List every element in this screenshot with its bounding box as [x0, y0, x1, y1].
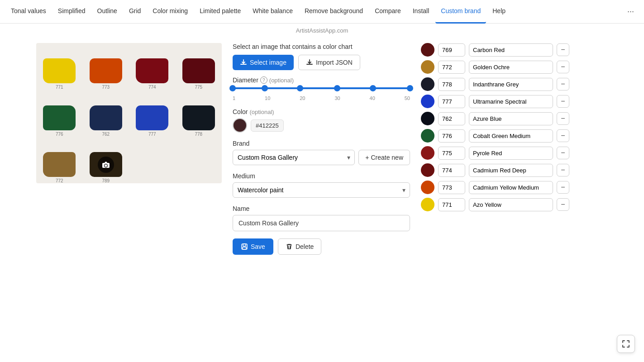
- swatch-776: 776: [36, 90, 83, 136]
- swatch-blob-776: [43, 105, 76, 130]
- color-name-771[interactable]: [469, 198, 553, 211]
- save-button[interactable]: Save: [233, 238, 273, 255]
- right-panel: − − − − − −: [421, 36, 575, 262]
- save-icon: [241, 243, 248, 250]
- import-json-button[interactable]: Import JSON: [298, 55, 360, 70]
- create-new-button[interactable]: + Create new: [358, 150, 410, 165]
- remove-769-button[interactable]: −: [557, 43, 569, 56]
- main-content: 771 773 774 775 776 762: [0, 36, 644, 262]
- slider-ticks: 1 10 20 30 40 50: [233, 95, 410, 101]
- medium-label: Medium: [233, 172, 410, 180]
- nav-install[interactable]: Install: [407, 0, 435, 24]
- image-section-title: Select an image that contains a color ch…: [233, 43, 410, 50]
- swatch-789: 789: [83, 137, 129, 183]
- remove-777-button[interactable]: −: [557, 95, 569, 108]
- color-dot-778: [421, 77, 434, 91]
- color-preview-dot[interactable]: [233, 118, 247, 133]
- swatch-774: 774: [129, 43, 176, 90]
- swatch-775: 775: [176, 43, 222, 90]
- nav-simplified[interactable]: Simplified: [52, 0, 91, 24]
- swatch-image: 771 773 774 775 776 762: [36, 43, 222, 183]
- color-dot-775: [421, 146, 434, 160]
- color-num-769[interactable]: [438, 43, 465, 57]
- swatch-empty1: [129, 137, 176, 183]
- nav-grid[interactable]: Grid: [124, 0, 146, 24]
- color-name-778[interactable]: [469, 78, 553, 91]
- color-dot-777: [421, 95, 434, 108]
- color-num-773[interactable]: [438, 181, 465, 194]
- camera-icon: [102, 161, 110, 168]
- slider-thumb-3[interactable]: [297, 85, 303, 91]
- color-name-772[interactable]: [469, 61, 553, 74]
- color-entry-774: −: [421, 163, 564, 177]
- color-num-772[interactable]: [438, 61, 465, 74]
- site-label: ArtistAssistApp.com: [0, 24, 644, 36]
- nav-outline[interactable]: Outline: [92, 0, 123, 24]
- color-entry-772: −: [421, 60, 564, 74]
- color-name-773[interactable]: [469, 181, 553, 194]
- slider-thumb-2[interactable]: [262, 85, 268, 91]
- nav-remove-bg[interactable]: Remove background: [299, 0, 368, 24]
- color-entry-762: −: [421, 112, 564, 125]
- swatch-762: 762: [83, 90, 129, 136]
- slider-track: [233, 87, 410, 89]
- slider-thumb-6[interactable]: [407, 85, 413, 91]
- color-num-776[interactable]: [438, 129, 465, 143]
- color-num-777[interactable]: [438, 95, 465, 108]
- medium-field: Medium Watercolor paint Oil paint Acryli…: [233, 172, 410, 198]
- name-input[interactable]: [233, 215, 410, 231]
- swatch-num-771: 771: [56, 85, 63, 90]
- remove-778-button[interactable]: −: [557, 78, 569, 90]
- swatch-blob-762: [90, 105, 122, 130]
- color-num-778[interactable]: [438, 78, 465, 91]
- select-image-button[interactable]: Select image: [233, 55, 294, 70]
- slider-thumb-1[interactable]: [229, 85, 236, 91]
- color-num-774[interactable]: [438, 164, 465, 177]
- slider-fill: [233, 87, 410, 89]
- color-num-771[interactable]: [438, 198, 465, 211]
- brand-label: Brand: [233, 140, 410, 147]
- color-num-775[interactable]: [438, 147, 465, 160]
- remove-771-button[interactable]: −: [557, 198, 569, 211]
- nav-more-button[interactable]: ···: [623, 4, 639, 19]
- color-entry-773: −: [421, 181, 564, 194]
- nav-color-mixing[interactable]: Color mixing: [147, 0, 193, 24]
- nav-compare[interactable]: Compare: [369, 0, 406, 24]
- remove-762-button[interactable]: −: [557, 112, 569, 125]
- color-name-777[interactable]: [469, 95, 553, 108]
- color-entry-775: −: [421, 146, 564, 160]
- nav-help[interactable]: Help: [487, 0, 511, 24]
- save-label: Save: [251, 243, 265, 250]
- nav-limited-palette[interactable]: Limited palette: [194, 0, 246, 24]
- color-name-769[interactable]: [469, 43, 553, 57]
- color-name-762[interactable]: [469, 112, 553, 125]
- color-entry-771: −: [421, 198, 564, 211]
- slider-thumb-4[interactable]: [334, 85, 340, 91]
- color-name-774[interactable]: [469, 164, 553, 177]
- nav-custom-brand[interactable]: Custom brand: [435, 0, 486, 24]
- color-name-775[interactable]: [469, 147, 553, 160]
- color-hex-value[interactable]: #412225: [251, 119, 284, 132]
- color-name-776[interactable]: [469, 129, 553, 143]
- brand-select[interactable]: Custom Rosa Gallery: [233, 150, 355, 165]
- delete-button[interactable]: Delete: [278, 238, 321, 255]
- remove-774-button[interactable]: −: [557, 164, 569, 176]
- nav-tonal[interactable]: Tonal values: [5, 0, 52, 24]
- medium-select[interactable]: Watercolor paint Oil paint Acrylic paint…: [233, 182, 410, 198]
- remove-773-button[interactable]: −: [557, 181, 569, 194]
- slider-thumb-5[interactable]: [370, 85, 376, 91]
- diameter-help-icon[interactable]: ?: [260, 76, 267, 84]
- remove-772-button[interactable]: −: [557, 61, 569, 73]
- remove-776-button[interactable]: −: [557, 129, 569, 142]
- nav-white-balance[interactable]: White balance: [247, 0, 298, 24]
- swatch-blob-771: [43, 58, 76, 83]
- brand-field: Brand Custom Rosa Gallery ▾ + Create new: [233, 140, 410, 165]
- color-picker-row: #412225: [233, 118, 410, 133]
- remove-775-button[interactable]: −: [557, 147, 569, 159]
- color-num-762[interactable]: [438, 112, 465, 125]
- svg-rect-3: [243, 244, 246, 246]
- color-entry-777: −: [421, 95, 564, 108]
- swatch-empty2: [176, 137, 222, 183]
- color-dot-762: [421, 112, 434, 125]
- import-icon: [306, 59, 313, 66]
